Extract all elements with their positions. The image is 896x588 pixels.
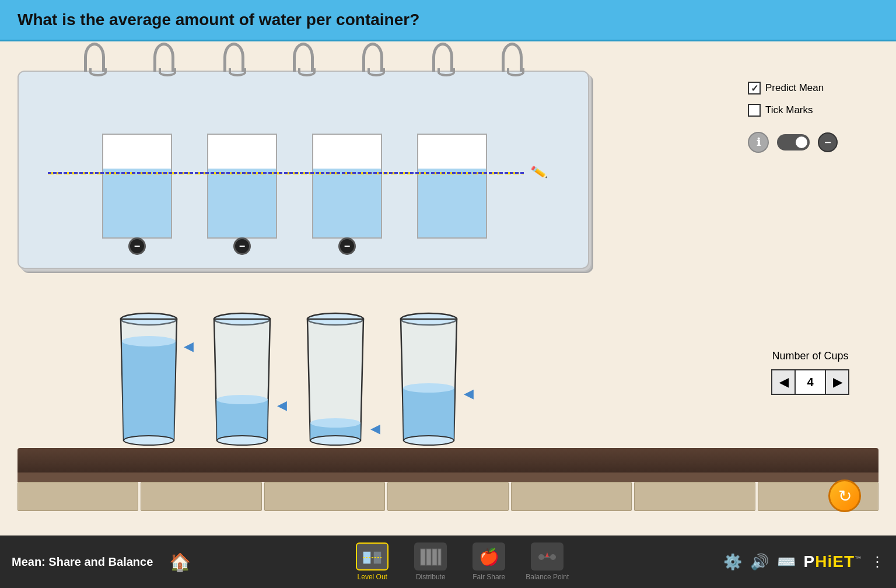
tick-marks-checkbox[interactable] xyxy=(748,104,761,117)
svg-marker-22 xyxy=(545,552,549,557)
cups-decrease-btn[interactable]: ◀ xyxy=(772,370,796,394)
notebook-container-1: − xyxy=(102,134,172,239)
drawer-1 xyxy=(18,482,138,511)
cups-control: Number of Cups ◀ 4 ▶ xyxy=(771,350,849,395)
drawer-4 xyxy=(387,482,508,511)
remove-container-1-btn[interactable]: − xyxy=(128,237,146,255)
nav-item-fair-share[interactable]: 🍎 Fair Share xyxy=(466,542,512,581)
cup-1-level-arrow: ◀ xyxy=(184,339,194,354)
cup-1 xyxy=(117,312,181,446)
cup-2-level-arrow: ◀ xyxy=(277,398,287,413)
cup-3-wrapper: ◀ xyxy=(303,312,368,446)
notebook-container-4 xyxy=(417,134,487,239)
ring-2 xyxy=(153,43,174,72)
cup-4-wrapper: ◀ xyxy=(397,312,461,446)
shelf-bottom xyxy=(18,473,878,482)
svg-point-4 xyxy=(216,395,268,404)
svg-rect-18 xyxy=(438,549,441,565)
toggle-switch[interactable] xyxy=(777,134,810,150)
balance-point-label: Balance Point xyxy=(526,573,569,581)
view-controls: ℹ − xyxy=(748,132,838,153)
tick-marks-label: Tick Marks xyxy=(765,104,813,116)
svg-point-2 xyxy=(124,436,174,445)
cup-4 xyxy=(397,312,461,446)
page-title: What is the average amount of water per … xyxy=(18,10,878,29)
notebook-container-2: − xyxy=(207,134,277,239)
fair-share-icon: 🍎 xyxy=(473,542,505,570)
phet-logo: PHiET™ xyxy=(804,552,862,571)
ring-1 xyxy=(84,43,105,72)
refresh-button[interactable]: ↻ xyxy=(828,480,861,512)
svg-point-8 xyxy=(310,436,360,445)
notebook: − − − ✏️ xyxy=(18,71,589,269)
cup-2-wrapper: ◀ xyxy=(210,312,274,446)
home-button[interactable]: 🏠 xyxy=(169,552,191,572)
ring-5 xyxy=(362,43,383,72)
balance-point-icon xyxy=(531,542,564,570)
nav-icons: Level Out Distribute 🍎 Fair Share xyxy=(197,542,723,581)
pencil-icon: ✏️ xyxy=(530,164,548,181)
right-panel: Predict Mean Tick Marks ℹ − xyxy=(748,82,838,153)
remove-container-3-btn[interactable]: − xyxy=(338,237,356,255)
bottom-title: Mean: Share and Balance xyxy=(12,555,163,569)
remove-container-2-btn[interactable]: − xyxy=(233,237,251,255)
drawer-6 xyxy=(634,482,755,511)
shelf-drawers xyxy=(18,482,878,511)
svg-point-1 xyxy=(122,336,176,346)
nav-item-balance-point[interactable]: Balance Point xyxy=(524,542,570,581)
bottom-right-icons: ⚙️ 🔊 ⌨️ PHiET™ ⋮ xyxy=(723,552,884,571)
fair-share-label: Fair Share xyxy=(473,573,505,581)
cups-counter: ◀ 4 ▶ xyxy=(771,369,849,395)
level-out-icon xyxy=(356,542,388,570)
cups-value: 4 xyxy=(796,370,825,394)
cup-3-level-arrow: ◀ xyxy=(370,421,380,436)
keyboard-icon[interactable]: ⌨️ xyxy=(777,553,796,571)
svg-point-10 xyxy=(403,383,454,393)
svg-point-7 xyxy=(310,418,360,428)
mean-line xyxy=(48,172,524,174)
cups-row: ◀ ◀ ◀ xyxy=(117,312,461,446)
drawer-3 xyxy=(264,482,385,511)
svg-point-11 xyxy=(404,436,454,445)
notebook-container-3: − xyxy=(312,134,382,239)
top-header: What is the average amount of water per … xyxy=(0,0,896,41)
bottom-bar: Mean: Share and Balance 🏠 Level Out xyxy=(0,536,896,588)
ring-3 xyxy=(223,43,244,72)
level-out-label: Level Out xyxy=(358,573,387,581)
distribute-icon xyxy=(414,542,447,570)
predict-mean-row: Predict Mean xyxy=(748,82,838,94)
svg-rect-17 xyxy=(432,549,437,565)
info-button[interactable]: ℹ xyxy=(748,132,769,153)
ring-6 xyxy=(432,43,453,72)
svg-rect-16 xyxy=(426,549,431,565)
more-options-button[interactable]: ⋮ xyxy=(870,554,884,570)
svg-point-5 xyxy=(217,436,267,445)
zoom-minus-button[interactable]: − xyxy=(818,132,838,152)
ring-4 xyxy=(293,43,314,72)
cup-4-level-arrow: ◀ xyxy=(464,386,474,401)
nav-item-distribute[interactable]: Distribute xyxy=(407,542,454,581)
svg-rect-15 xyxy=(421,549,425,565)
cups-increase-btn[interactable]: ▶ xyxy=(825,370,848,394)
settings-icon[interactable]: ⚙️ xyxy=(723,553,742,571)
predict-mean-label: Predict Mean xyxy=(765,82,824,94)
drawer-2 xyxy=(141,482,261,511)
predict-mean-checkbox[interactable] xyxy=(748,82,761,94)
cup-1-wrapper: ◀ xyxy=(117,312,181,446)
nav-item-level-out[interactable]: Level Out xyxy=(349,542,396,581)
notebook-rings xyxy=(19,43,588,72)
cup-2 xyxy=(210,312,274,446)
drawer-5 xyxy=(511,482,632,511)
distribute-label: Distribute xyxy=(416,573,446,581)
ring-7 xyxy=(502,43,523,72)
cups-control-label: Number of Cups xyxy=(772,350,848,362)
cup-3 xyxy=(303,312,368,446)
tick-marks-row: Tick Marks xyxy=(748,104,838,117)
sound-icon[interactable]: 🔊 xyxy=(750,553,769,571)
